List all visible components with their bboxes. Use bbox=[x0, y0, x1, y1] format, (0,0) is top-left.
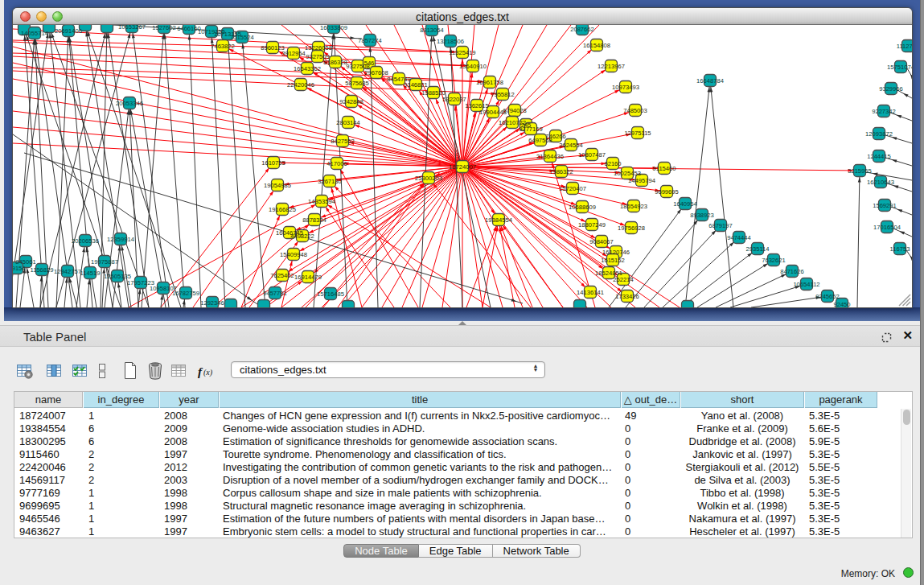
svg-text:12942757: 12942757 bbox=[54, 268, 81, 275]
svg-text:12359914: 12359914 bbox=[107, 236, 134, 243]
svg-text:1244415: 1244415 bbox=[867, 153, 891, 160]
svg-text:2803144: 2803144 bbox=[336, 119, 360, 126]
svg-text:19384554: 19384554 bbox=[485, 216, 512, 224]
svg-text:62160: 62160 bbox=[604, 160, 621, 167]
svg-text:15409948: 15409948 bbox=[280, 251, 307, 258]
svg-text:8813054: 8813054 bbox=[420, 27, 444, 34]
svg-text:21364436: 21364436 bbox=[536, 153, 564, 160]
svg-text:7485003: 7485003 bbox=[623, 107, 647, 114]
svg-text:546: 546 bbox=[364, 60, 375, 67]
svg-text:16914479: 16914479 bbox=[294, 274, 322, 281]
svg-text:9777169: 9777169 bbox=[519, 126, 543, 133]
svg-text:9227342: 9227342 bbox=[872, 108, 896, 115]
svg-text:12975115: 12975115 bbox=[624, 130, 651, 137]
svg-text:25300203: 25300203 bbox=[415, 175, 442, 182]
svg-text:417006: 417006 bbox=[326, 160, 347, 167]
svg-text:14495794: 14495794 bbox=[628, 177, 655, 184]
svg-text:8471626: 8471626 bbox=[780, 268, 804, 275]
svg-text:116753: 116753 bbox=[890, 245, 910, 253]
svg-text:6794028: 6794028 bbox=[503, 107, 527, 114]
svg-text:15716485: 15716485 bbox=[317, 290, 344, 298]
svg-text:8938923: 8938923 bbox=[690, 212, 714, 219]
svg-text:9474444: 9474444 bbox=[727, 234, 751, 241]
svg-text:f: f bbox=[198, 365, 203, 378]
svg-text:10654112: 10654112 bbox=[793, 281, 819, 288]
svg-text:22420046: 22420046 bbox=[287, 81, 314, 89]
svg-text:18654923: 18654923 bbox=[620, 203, 647, 210]
svg-text:2087662: 2087662 bbox=[570, 26, 594, 33]
svg-text:14055714: 14055714 bbox=[21, 30, 48, 37]
svg-text:6879197: 6879197 bbox=[708, 222, 733, 229]
svg-text:8878334: 8878334 bbox=[302, 216, 326, 224]
svg-text:20053346: 20053346 bbox=[116, 100, 143, 107]
svg-text:1569291: 1569291 bbox=[873, 202, 897, 209]
svg-text:14136141: 14136141 bbox=[577, 289, 604, 296]
svg-text:15720407: 15720407 bbox=[559, 185, 586, 192]
svg-text:12213967: 12213967 bbox=[598, 63, 625, 70]
svg-text:17016504: 17016504 bbox=[873, 224, 901, 231]
svg-text:4498222: 4498222 bbox=[290, 233, 314, 240]
svg-text:13226058: 13226058 bbox=[305, 44, 332, 51]
svg-text:7515524: 7515524 bbox=[230, 34, 254, 41]
svg-text:8454749: 8454749 bbox=[387, 76, 411, 83]
svg-text:10653267: 10653267 bbox=[118, 25, 146, 31]
svg-text:3215955: 3215955 bbox=[848, 167, 872, 175]
svg-text:7463822: 7463822 bbox=[211, 43, 235, 50]
svg-text:7625402: 7625402 bbox=[270, 272, 294, 279]
svg-text:19054985: 19054985 bbox=[264, 182, 291, 189]
svg-text:12093872: 12093872 bbox=[865, 130, 893, 138]
svg-text:1156829: 1156829 bbox=[31, 266, 54, 274]
svg-text:20206536: 20206536 bbox=[72, 237, 99, 245]
svg-text:9115460: 9115460 bbox=[653, 165, 676, 172]
svg-text:11325419: 11325419 bbox=[449, 49, 475, 56]
svg-text:16543362: 16543362 bbox=[294, 65, 321, 72]
svg-text:746266: 746266 bbox=[545, 133, 565, 140]
svg-text:19756928: 19756928 bbox=[618, 225, 645, 232]
svg-text:10688609: 10688609 bbox=[569, 204, 596, 211]
svg-text:1292346: 1292346 bbox=[200, 299, 224, 307]
svg-text:8186328: 8186328 bbox=[323, 59, 347, 66]
svg-text:252214: 252214 bbox=[613, 276, 633, 283]
svg-text:9329966: 9329966 bbox=[879, 85, 903, 93]
svg-text:1610755: 1610755 bbox=[261, 159, 285, 167]
svg-text:18724007: 18724007 bbox=[449, 163, 476, 171]
svg-text:1640954: 1640954 bbox=[673, 200, 697, 208]
svg-text:13640910: 13640910 bbox=[459, 63, 487, 70]
svg-text:1733426: 1733426 bbox=[615, 293, 639, 300]
svg-text:9245652: 9245652 bbox=[815, 293, 840, 300]
svg-text:16033809: 16033809 bbox=[320, 25, 347, 31]
svg-text:7986322: 7986322 bbox=[549, 168, 573, 175]
svg-text:9242848: 9242848 bbox=[339, 98, 363, 105]
svg-text:9699695: 9699695 bbox=[655, 188, 679, 196]
svg-text:1112748: 1112748 bbox=[897, 43, 912, 50]
svg-text:3912954: 3912954 bbox=[281, 50, 306, 57]
svg-text:19166825: 19166825 bbox=[269, 206, 296, 213]
svg-text:16648784: 16648784 bbox=[696, 77, 724, 84]
svg-text:16210643: 16210643 bbox=[867, 179, 894, 186]
svg-text:5875685: 5875685 bbox=[345, 80, 369, 87]
svg-text:10807487: 10807487 bbox=[578, 151, 606, 159]
svg-text:1527602: 1527602 bbox=[152, 25, 176, 31]
svg-text:1615152: 1615152 bbox=[601, 257, 625, 264]
svg-text:92450: 92450 bbox=[833, 301, 850, 307]
svg-text:7632621: 7632621 bbox=[762, 257, 786, 264]
svg-text:10973493: 10973493 bbox=[612, 84, 639, 91]
svg-text:10025453: 10025453 bbox=[614, 170, 641, 177]
svg-text:13218506: 13218506 bbox=[437, 38, 464, 45]
svg-text:16120746: 16120746 bbox=[602, 249, 630, 256]
svg-text:3624554: 3624554 bbox=[559, 142, 583, 149]
svg-text:3267130: 3267130 bbox=[318, 178, 342, 185]
svg-text:2935114: 2935114 bbox=[746, 245, 770, 253]
svg-text:16961758: 16961758 bbox=[476, 79, 503, 86]
svg-text:16154808: 16154808 bbox=[583, 42, 610, 49]
svg-text:114519: 114519 bbox=[80, 270, 101, 277]
svg-text:39154: 39154 bbox=[13, 265, 26, 272]
svg-text:5322037: 5322037 bbox=[442, 96, 466, 103]
svg-text:(x): (x) bbox=[203, 368, 213, 377]
svg-text:8427552: 8427552 bbox=[331, 138, 355, 145]
svg-text:18807249: 18807249 bbox=[578, 221, 606, 229]
svg-text:7955812: 7955812 bbox=[491, 91, 515, 98]
svg-text:20691406: 20691406 bbox=[55, 27, 82, 35]
svg-text:14353594: 14353594 bbox=[308, 198, 335, 205]
svg-text:19975887: 19975887 bbox=[91, 258, 118, 266]
